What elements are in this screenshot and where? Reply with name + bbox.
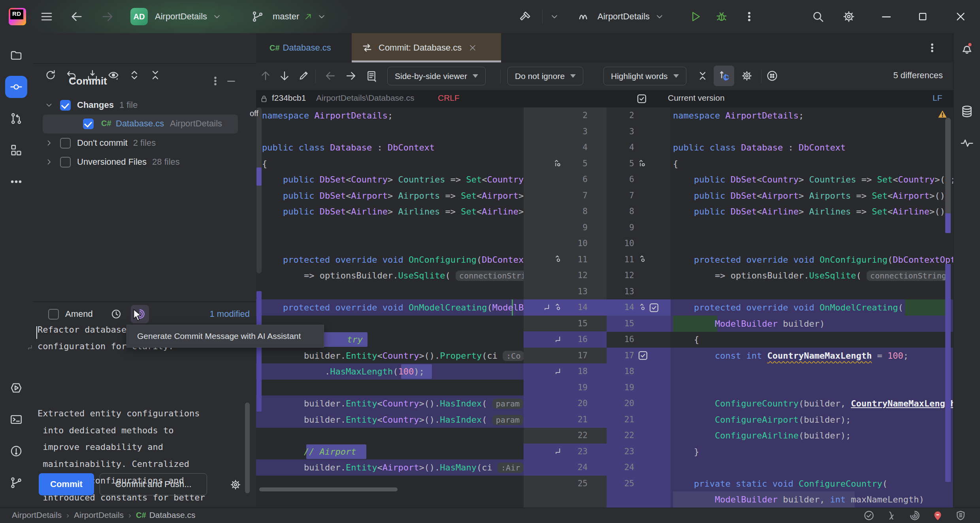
unversioned-checkbox[interactable] [60, 157, 71, 167]
main-menu-icon[interactable] [40, 0, 54, 33]
warning-icon[interactable] [937, 108, 948, 120]
stripe-notifications-icon[interactable] [956, 37, 978, 59]
debug-button[interactable] [714, 0, 729, 33]
rider-logo[interactable]: RD [9, 0, 26, 33]
diff-right-pane[interactable]: namespace AirportDetails;public class Da… [671, 107, 953, 508]
collapse-all-icon[interactable] [147, 66, 164, 84]
right-line-ending[interactable]: LF [933, 93, 942, 103]
stripe-commit-icon[interactable] [5, 76, 27, 98]
changes-checkbox[interactable] [60, 100, 71, 111]
commit-panel-options-icon[interactable] [209, 75, 221, 88]
stripe-ai-assistant-icon[interactable] [956, 69, 978, 91]
stripe-structure-icon[interactable] [5, 139, 27, 161]
gutter-row: 88 [524, 203, 671, 220]
close-button[interactable] [954, 0, 967, 33]
commit-panel-hide-icon[interactable] [225, 75, 237, 88]
commit-and-push-button[interactable]: Commit and Push... [100, 473, 207, 495]
changed-files-icon[interactable] [365, 70, 378, 82]
preview-diff-icon[interactable] [105, 66, 122, 84]
hammer-icon [518, 10, 532, 23]
commit-button[interactable]: Commit [39, 473, 94, 495]
stripe-more-icon[interactable] [5, 171, 27, 193]
tab-database-cs[interactable]: C# Database.cs [256, 33, 345, 62]
expand-all-icon[interactable] [126, 66, 143, 84]
whitespace-dropdown[interactable]: Do not ignore [507, 67, 583, 85]
project-icon[interactable]: AD [130, 0, 148, 33]
commit-options-gear-icon[interactable] [229, 478, 242, 491]
diff-left-pane[interactable]: namespace AirportDetails;public class Da… [256, 107, 524, 508]
breadcrumb-project[interactable]: AirportDetails [12, 510, 62, 520]
ai-status-icon[interactable] [909, 510, 921, 521]
stripe-run-icon[interactable] [5, 377, 27, 399]
diff-settings-gear-icon[interactable] [741, 70, 753, 82]
minimize-button[interactable] [880, 0, 893, 33]
file-checkbox[interactable] [83, 119, 94, 129]
modified-count[interactable]: 1 modified [209, 309, 250, 319]
left-line-ending[interactable]: CRLF [438, 93, 460, 103]
build-icon[interactable] [518, 0, 532, 33]
swea-error-icon[interactable] [932, 510, 944, 521]
checkbox-icon [636, 93, 647, 104]
message-scrollbar[interactable] [245, 403, 250, 493]
branch-icon[interactable] [251, 0, 264, 33]
stripe-terminal-icon[interactable] [5, 408, 27, 431]
include-change-checkbox[interactable] [636, 93, 647, 106]
tabs-more-icon[interactable] [926, 42, 938, 54]
prev-difference-icon[interactable] [259, 70, 272, 82]
build-chevron-icon[interactable] [549, 0, 560, 33]
inspections-ok-icon[interactable] [863, 510, 875, 521]
viewer-mode-dropdown[interactable]: Side-by-side viewer [387, 67, 486, 85]
changes-group-row[interactable]: Changes 1 file [44, 96, 258, 115]
left-scrollbar[interactable] [256, 107, 262, 273]
branch-widget[interactable]: master [273, 0, 327, 33]
overridden-icon [553, 254, 563, 265]
diff-toolbar: Side-by-side viewer Do not ignore Highli… [256, 62, 953, 90]
collapse-unchanged-icon[interactable] [696, 70, 709, 82]
next-difference-icon[interactable] [278, 70, 291, 82]
more-actions-icon[interactable] [743, 0, 756, 33]
edit-source-icon[interactable] [298, 70, 310, 81]
prev-file-icon[interactable] [324, 70, 337, 82]
run-config-widget[interactable]: AirportDetails [597, 0, 665, 33]
security-shield-icon[interactable] [955, 510, 967, 521]
rollback-icon[interactable] [63, 66, 80, 84]
refresh-icon[interactable] [42, 66, 59, 84]
unversioned-group-row[interactable]: Unversioned Files 28 files [44, 152, 258, 171]
diff-more-options-icon[interactable] [766, 70, 778, 82]
gutter-row: 2525 [524, 476, 671, 492]
dotnet-icon [578, 0, 591, 33]
next-file-icon[interactable] [345, 70, 357, 82]
project-widget[interactable]: AirportDetails [155, 0, 222, 33]
breadcrumb-folder[interactable]: AirportDetails [74, 510, 124, 520]
code-line: { [256, 156, 524, 172]
tab-commit-database-cs[interactable]: Commit: Database.cs [352, 33, 501, 62]
search-icon[interactable] [811, 0, 825, 33]
back-icon[interactable] [70, 0, 84, 33]
amend-checkbox[interactable] [48, 309, 59, 320]
dont-commit-group-row[interactable]: Don't commit 2 files [44, 134, 258, 152]
breadcrumb-file[interactable]: Database.cs [149, 510, 196, 520]
shelve-icon[interactable] [84, 66, 101, 84]
maximize-button[interactable] [917, 0, 929, 33]
stripe-monitoring-icon[interactable] [956, 132, 978, 154]
settings-icon[interactable] [842, 0, 856, 33]
selected-file-row[interactable]: C# Database.cs AirportDetails [43, 115, 238, 134]
horizontal-scrollbar[interactable] [259, 487, 398, 491]
stripe-git-icon[interactable] [5, 472, 27, 494]
highlight-dropdown[interactable]: Highlight words [603, 67, 686, 85]
stripe-folder-icon[interactable] [5, 44, 27, 66]
stripe-database-icon[interactable] [956, 100, 978, 122]
stripe-pull-request-icon[interactable] [5, 107, 27, 130]
code-line [256, 476, 524, 492]
sync-scroll-toggle[interactable] [714, 66, 734, 86]
dont-commit-checkbox[interactable] [60, 138, 71, 149]
run-button[interactable] [688, 0, 703, 33]
highlighting-icon[interactable] [886, 510, 898, 521]
line-number-right: 22 [610, 427, 634, 444]
stripe-problems-icon[interactable] [5, 440, 27, 462]
history-icon[interactable] [110, 308, 122, 320]
tab-close-icon[interactable] [468, 43, 477, 53]
forward-icon[interactable] [100, 0, 115, 33]
include-range-checkbox[interactable] [648, 302, 660, 313]
include-range-checkbox[interactable] [637, 350, 648, 361]
